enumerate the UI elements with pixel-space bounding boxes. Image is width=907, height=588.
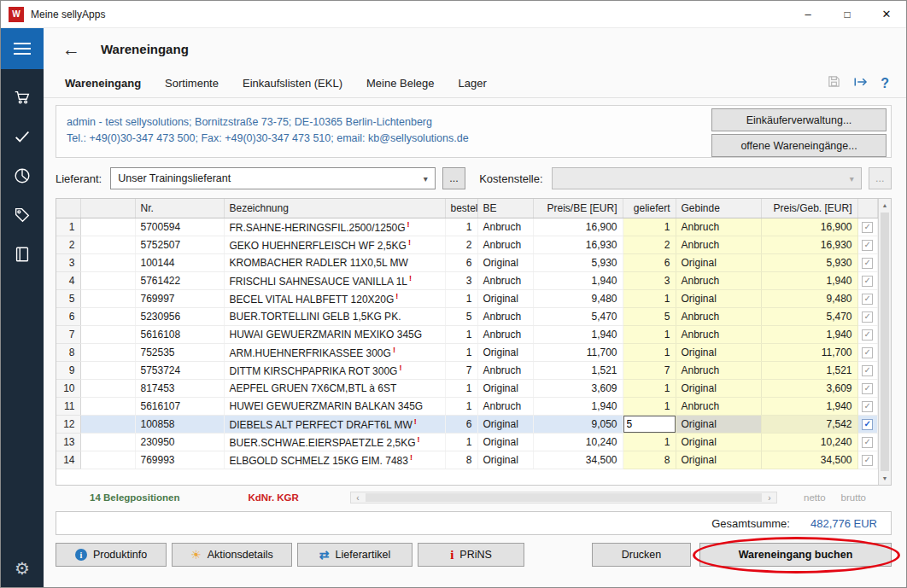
table-row[interactable]: 10 817453 AEPFEL GRUEN 7X6CM,BTL à 6ST 1… <box>56 379 878 397</box>
vertical-scroll-thumb[interactable] <box>881 212 889 471</box>
posted-check-icon[interactable]: ✓ <box>862 401 873 412</box>
maximize-button[interactable]: □ <box>828 1 867 28</box>
horizontal-scrollbar[interactable]: ‹ › <box>350 492 777 504</box>
scroll-right-icon[interactable]: › <box>763 492 776 503</box>
posted-check-icon[interactable]: ✓ <box>862 240 873 251</box>
cell-gebinde[interactable]: Original <box>676 433 761 451</box>
pie-chart-icon[interactable] <box>13 166 32 185</box>
cell-gebinde[interactable]: Anbruch <box>676 397 761 415</box>
col-preis-be[interactable]: Preis/BE [EUR] <box>533 199 623 218</box>
cell-geliefert[interactable] <box>623 415 676 433</box>
posted-check-icon[interactable]: ✓ <box>862 222 873 233</box>
table-row[interactable]: 9 5753724 DITTM KIRSCHPAPRIKA ROT 300G! … <box>56 361 878 379</box>
drucken-button[interactable]: Drucken <box>592 543 691 567</box>
cell-gebinde[interactable]: Anbruch <box>676 271 761 289</box>
table-row[interactable]: 7 5616108 HUWAI GEWUERZMARIN MEXIKO 345G… <box>56 325 878 343</box>
wareneingang-buchen-button[interactable]: Wareneingang buchen <box>699 543 892 567</box>
einkaeuferverwaltung-button[interactable]: Einkäuferverwaltung... <box>711 108 887 131</box>
check-icon[interactable] <box>13 127 32 146</box>
cell-geliefert[interactable]: 7 <box>623 361 676 379</box>
cell-gebinde[interactable]: Anbruch <box>676 307 761 325</box>
cell-gebinde[interactable]: Original <box>676 253 761 271</box>
posted-check-icon[interactable]: ✓ <box>862 437 873 448</box>
table-row[interactable]: 2 5752507 GEKO HUEHNERFLEISCH WF 2,5KG! … <box>56 236 878 253</box>
cell-geliefert[interactable]: 1 <box>623 289 676 307</box>
close-button[interactable]: ✕ <box>867 1 906 28</box>
produktinfo-button[interactable]: i Produktinfo <box>56 543 167 567</box>
cell-geliefert[interactable]: 8 <box>623 451 676 469</box>
col-gebinde[interactable]: Gebinde <box>676 199 761 218</box>
table-row[interactable]: 3 100144 KROMBACHER RADLER 11X0,5L MW 6 … <box>56 253 878 271</box>
forward-arrow-icon[interactable] <box>853 75 869 92</box>
col-be[interactable]: BE <box>477 199 533 218</box>
lieferant-select[interactable]: Unser Trainingslieferant ▾ <box>110 167 436 189</box>
posted-check-icon[interactable]: ✓ <box>862 276 873 287</box>
table-row[interactable]: 13 230950 BUER.SCHWAE.EIERSPAETZLE 2,5KG… <box>56 433 878 451</box>
cell-geliefert[interactable]: 1 <box>623 433 676 451</box>
cell-geliefert[interactable]: 1 <box>623 379 676 397</box>
posted-check-icon[interactable]: ✓ <box>862 329 873 341</box>
posted-check-icon[interactable]: ✓ <box>862 365 873 376</box>
tab-meine-belege[interactable]: Meine Belege <box>366 77 435 90</box>
table-row[interactable]: 6 5230956 BUER.TORTELLINI GELB 1,5KG PK.… <box>56 307 878 325</box>
vertical-scrollbar[interactable]: ▲ ▼ <box>878 199 891 485</box>
aktionsdetails-button[interactable]: ☀ Aktionsdetails <box>172 543 292 567</box>
lieferartikel-button[interactable]: ⇄ Lieferartikel <box>297 543 413 567</box>
cell-gebinde[interactable]: Anbruch <box>676 325 761 343</box>
menu-button[interactable] <box>1 28 44 69</box>
help-icon[interactable]: ? <box>881 76 889 91</box>
back-arrow-icon[interactable]: ← <box>62 40 80 58</box>
posted-check-icon[interactable]: ✓ <box>862 419 873 430</box>
tab-sortimente[interactable]: Sortimente <box>165 77 219 90</box>
cell-geliefert[interactable]: 1 <box>623 397 676 415</box>
netto-label[interactable]: netto <box>804 492 826 503</box>
cell-gebinde[interactable]: Original <box>676 343 761 361</box>
col-bezeichnung[interactable]: Bezeichnung <box>224 199 445 218</box>
col-bestellt[interactable]: bestellt <box>445 199 477 218</box>
posted-check-icon[interactable]: ✓ <box>862 383 873 394</box>
scroll-up-icon[interactable]: ▲ <box>879 199 891 212</box>
cell-geliefert[interactable]: 1 <box>623 343 676 361</box>
scroll-left-icon[interactable]: ‹ <box>351 492 365 503</box>
col-preis-geb[interactable]: Preis/Geb. [EUR] <box>761 199 857 218</box>
tab-lager[interactable]: Lager <box>459 77 487 90</box>
minimize-button[interactable]: – <box>788 1 828 28</box>
lieferant-browse-button[interactable]: ... <box>442 167 465 189</box>
col-geliefert[interactable]: geliefert <box>623 199 676 218</box>
cell-geliefert[interactable]: 1 <box>623 325 676 343</box>
price-tag-icon[interactable] <box>13 206 32 224</box>
posted-check-icon[interactable]: ✓ <box>862 347 873 358</box>
cell-gebinde[interactable]: Original <box>676 379 761 397</box>
cart-icon[interactable] <box>13 88 32 107</box>
offene-wareneingaenge-button[interactable]: offene Wareneingänge... <box>711 134 887 157</box>
cell-geliefert[interactable]: 3 <box>623 271 676 289</box>
table-row[interactable]: 5 769997 BECEL VITAL HALBFETT 120X20G! 1… <box>56 289 878 307</box>
brutto-label[interactable]: brutto <box>841 492 866 503</box>
geliefert-edit-input[interactable] <box>623 416 676 433</box>
cell-gebinde[interactable]: Anbruch <box>676 361 761 379</box>
tab-wareneingang[interactable]: Wareneingang <box>65 77 141 90</box>
cell-geliefert[interactable]: 6 <box>623 253 676 271</box>
cell-geliefert[interactable]: 5 <box>623 307 676 325</box>
posted-check-icon[interactable]: ✓ <box>862 258 873 269</box>
tab-einkaufslisten[interactable]: Einkaufslisten (EKL) <box>243 77 342 90</box>
cell-gebinde[interactable]: Original <box>676 451 761 469</box>
table-row[interactable]: 12 100858 DIEBELS ALT PERFECT DRAFT6L MW… <box>56 415 878 433</box>
scroll-down-icon[interactable]: ▼ <box>879 472 891 485</box>
posted-check-icon[interactable]: ✓ <box>862 311 873 323</box>
table-row[interactable]: 11 5616107 HUWEI GEWUERZMARIN BALKAN 345… <box>56 397 878 415</box>
cell-gebinde[interactable]: Anbruch <box>676 236 761 253</box>
cell-gebinde[interactable]: Anbruch <box>676 218 761 236</box>
table-row[interactable]: 1 5700594 FR.SAHNE-HERINGSFIL.2500/1250G… <box>56 218 878 236</box>
cell-gebinde[interactable]: Original <box>676 289 761 307</box>
cell-geliefert[interactable]: 2 <box>623 236 676 253</box>
posted-check-icon[interactable]: ✓ <box>862 455 873 466</box>
col-nr[interactable]: Nr. <box>135 199 224 218</box>
settings-gear-icon[interactable]: ⚙ <box>15 560 30 577</box>
table-row[interactable]: 8 752535 ARM.HUEHNERFRIKASSEE 300G! 1 Or… <box>56 343 878 361</box>
horizontal-scroll-thumb[interactable] <box>366 493 762 502</box>
cell-geliefert[interactable]: 1 <box>623 218 676 236</box>
table-row[interactable]: 14 769993 ELBGOLD SCHMELZ 15KG EIM. 7483… <box>56 451 878 469</box>
table-row[interactable]: 4 5761422 FRISCHLI SAHNESAUCE VANILLA 1L… <box>56 271 878 289</box>
prins-button[interactable]: i PRiNS <box>418 543 524 567</box>
